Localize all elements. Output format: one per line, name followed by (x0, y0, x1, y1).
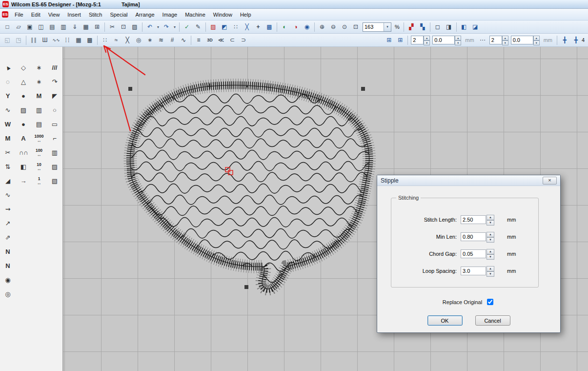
rectangle-tool[interactable]: ▭ (48, 118, 61, 130)
spin-up-icon[interactable]: ▲ (424, 36, 430, 41)
threed-effect-icon[interactable]: 3D (204, 35, 215, 45)
fill-tool[interactable]: ▤ (33, 118, 45, 130)
replace-original-checkbox[interactable] (487, 299, 493, 305)
spin-down-icon[interactable]: ▼ (487, 237, 494, 243)
jagged-a-icon[interactable]: ⊂ (227, 35, 238, 45)
scissors-tool[interactable]: ✂ (1, 146, 14, 159)
zigzag-m-tool[interactable]: M (33, 90, 45, 102)
sphere-effect-tool[interactable]: ● (17, 90, 30, 102)
shape-tool[interactable]: △ (17, 76, 30, 88)
dialog-titlebar[interactable]: Stipple × (377, 175, 560, 186)
min-len-input[interactable] (461, 232, 486, 241)
undo-icon[interactable]: ↶ (144, 22, 155, 32)
menu-help[interactable]: Help (236, 10, 255, 20)
menu-special[interactable]: Special (106, 10, 131, 20)
color-film-icon[interactable]: ◑ (290, 22, 301, 32)
outline-list-icon[interactable]: ≡ (193, 35, 204, 45)
graph-b-icon[interactable]: ◳ (13, 35, 24, 45)
spin-up-icon[interactable]: ▲ (487, 215, 494, 220)
wave-fill-icon[interactable]: ≈ (111, 35, 122, 45)
loop-spacing-stepper[interactable]: ▲▼ (487, 266, 494, 276)
menu-view[interactable]: View (44, 10, 64, 20)
zoom-out-icon[interactable]: ⊖ (328, 22, 339, 32)
selection-handle[interactable] (244, 285, 248, 289)
menu-stitch[interactable]: Stitch (85, 10, 106, 20)
spin-down-icon[interactable]: ▼ (487, 254, 494, 260)
hoop-icon[interactable]: ◻ (432, 22, 443, 32)
cancel-button[interactable]: Cancel (475, 315, 510, 326)
machine-run-icon[interactable]: ▚ (417, 22, 428, 32)
color-wheel-icon[interactable]: ◐ (279, 22, 290, 32)
fan-tool[interactable]: ◢ (1, 175, 14, 187)
paste-icon[interactable]: ▨ (129, 22, 140, 32)
stitch-100-tool[interactable]: 100↔ (33, 146, 45, 159)
s-curve-tool[interactable]: ∿ (1, 189, 14, 201)
satin-w-tool[interactable]: W (1, 118, 14, 130)
chord-gap-stepper[interactable]: ▲▼ (487, 249, 494, 259)
reshape-tool[interactable]: ◇ (17, 62, 30, 74)
ellipse-tool[interactable]: ○ (48, 104, 61, 116)
straight-arrow-tool[interactable]: ↗ (1, 217, 14, 229)
print-preview-icon[interactable]: ▥ (58, 22, 69, 32)
chord-gap-input[interactable] (461, 249, 486, 258)
redo-dropdown-icon[interactable]: ▾ (172, 22, 177, 32)
redo-icon[interactable]: ↷ (161, 22, 172, 32)
stitch-1000-tool[interactable]: 1000↔ (33, 132, 45, 144)
loop-spacing-input[interactable] (461, 267, 486, 275)
applique-tool[interactable]: ∩∩ (17, 146, 30, 159)
stipple-fill-icon[interactable]: ∿ (178, 35, 189, 45)
contour-fill-icon[interactable]: ◎ (133, 35, 144, 45)
stitch-spacing-stepper[interactable]: ▲▼ (411, 36, 430, 44)
cut-icon[interactable]: ✂ (107, 22, 118, 32)
offset-b-input[interactable] (511, 36, 533, 44)
star-fill-icon[interactable]: ∗ (144, 35, 155, 45)
offset-b-stepper[interactable]: ▲▼ (511, 36, 540, 44)
dialog-close-button[interactable]: × (543, 177, 557, 185)
spin-up-icon[interactable]: ▲ (487, 266, 494, 271)
zoom-box-icon[interactable]: ⊕ (317, 22, 327, 32)
zoom-combobox[interactable]: ▾ (363, 22, 391, 32)
stitch-length-input[interactable] (461, 215, 486, 224)
n-effect-tool[interactable]: N (1, 246, 14, 258)
arc-tool[interactable]: ↷ (48, 76, 61, 88)
menu-edit[interactable]: Edit (27, 10, 44, 20)
fur-effect-icon[interactable]: ≪ (216, 35, 226, 45)
spin-up-icon[interactable]: ▲ (533, 36, 540, 41)
zoom-pan-icon[interactable]: ╋ (570, 35, 581, 45)
grid-snap-icon[interactable]: ⊞ (384, 35, 394, 45)
auto-digitize-icon[interactable]: ▩ (264, 22, 275, 32)
ok-button[interactable]: OK (427, 315, 463, 326)
flower-motif-tool[interactable]: ∗ (33, 62, 45, 74)
overlap-icon[interactable]: ◉ (302, 22, 312, 32)
save-icon[interactable]: ▣ (24, 22, 35, 32)
copy-icon[interactable]: ⊡ (118, 22, 129, 32)
grid-show-icon[interactable]: ⊞ (395, 35, 406, 45)
stitch-edit-icon[interactable]: ✎ (193, 22, 203, 32)
contour-icon[interactable]: ◩ (219, 22, 230, 32)
stitch-10-tool[interactable]: 10↔ (33, 161, 45, 173)
target-a-tool[interactable]: ◉ (1, 274, 14, 286)
spin-up-icon[interactable]: ▲ (487, 232, 494, 237)
spin-down-icon[interactable]: ▼ (533, 41, 540, 45)
dot-fill-icon[interactable]: ∷ (100, 35, 110, 45)
menu-arrange[interactable]: Arrange (131, 10, 158, 20)
zoom-1to1-icon[interactable]: ⊙ (339, 22, 350, 32)
stitch-length-stepper[interactable]: ▲▼ (487, 215, 494, 225)
grid-fill-icon[interactable]: # (167, 35, 178, 45)
stitch-direction-tool[interactable]: ⇝ (1, 203, 14, 215)
menu-machine[interactable]: Machine (181, 10, 209, 20)
selection-handle[interactable] (361, 87, 365, 91)
travel-start-icon[interactable]: ◧ (459, 22, 469, 32)
spin-down-icon[interactable]: ▼ (455, 41, 461, 45)
menu-file[interactable]: File (11, 10, 27, 20)
chevron-down-icon[interactable]: ▾ (384, 23, 391, 31)
slow-redraw-icon[interactable]: ◨ (444, 22, 454, 32)
n-effect-red-tool[interactable]: N (1, 260, 14, 272)
column-fill-tool[interactable]: ▥ (33, 104, 45, 116)
zoom-input[interactable] (363, 24, 384, 30)
motif-run-tool[interactable]: ∗ (33, 76, 45, 88)
export-machine-icon[interactable]: ⇓ (69, 22, 80, 32)
print-icon[interactable]: ▤ (47, 22, 58, 32)
stitch-spacing2-input[interactable] (489, 36, 502, 44)
branching-tool[interactable]: Y (1, 90, 14, 102)
